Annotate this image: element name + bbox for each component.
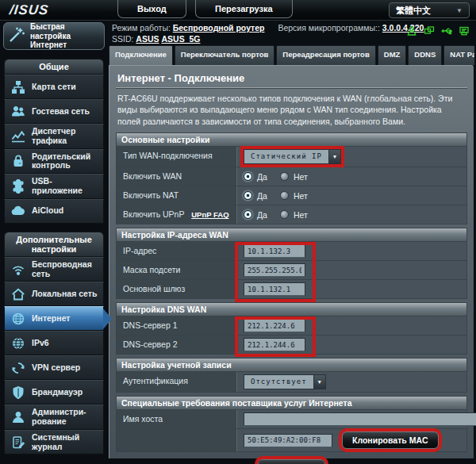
subnet-mask-input[interactable] [244,263,305,277]
auth-value: Отсутствует [244,374,313,389]
chevron-down-icon: ▼ [456,7,463,14]
enable-wan-no-radio[interactable] [280,172,289,181]
section-dns: Настройка DNS WAN DNS-сервер 1 DNS-серве… [116,302,467,355]
tab-port-forwarding[interactable]: Переадресация портов [276,45,375,65]
language-label: 繁體中文 [396,5,431,17]
guest-network-icon [10,105,26,119]
section-header-dns: Настройка DNS WAN [116,302,467,316]
sidebar-item-firewall[interactable]: Брандмауэр [4,380,104,405]
mac-label-empty [117,429,237,451]
main-panel: Интернет - Подключение RT-AC66U поддержи… [109,65,474,458]
firmware-label: Версия микропрограммы:: [278,23,379,33]
section-isp: Специальные требования поставщика услуг … [116,396,467,452]
sidebar-item-aicloud[interactable]: AiCloud [4,199,104,224]
tab-dmz[interactable]: DMZ [378,45,407,65]
sidebar-item-internet[interactable]: Интернет [4,306,104,331]
auth-label: Аутентификация [117,372,237,392]
apply-button[interactable]: Применить [258,459,324,464]
gateway-label: Основной шлюз [117,280,237,298]
sidebar-item-label: Беспроводная сеть [32,260,100,279]
tab-bar: Подключение Переключатель портов Переадр… [109,45,474,65]
traffic-manager-icon [10,129,26,144]
status-line-1: Режим работы: Беспроводной роутер Версия… [112,23,424,33]
sidebar: Общие Карта сети Гостевая сеть Диспетчер… [0,45,108,464]
firewall-icon [10,385,26,400]
status-bar: Режим работы: Беспроводной роутер Версия… [108,21,476,45]
tab-ddns[interactable]: DDNS [408,45,442,65]
mode-link[interactable]: Беспроводной роутер [173,23,265,33]
aicloud-icon [10,204,26,218]
quick-setup-label: Быстрая настройка Интернет [30,22,100,50]
top-bar: /ISUS Выход Перезагрузка 繁體中文 ▼ [0,0,476,21]
clone-mac-button[interactable]: Клонировать MAC [342,431,439,449]
sidebar-item-usb-app[interactable]: USB-приложение [4,174,104,199]
sidebar-item-label: USB-приложение [32,177,100,196]
printer-icon[interactable] [459,25,470,38]
radio-no-label: Нет [294,191,308,201]
row-gateway: Основной шлюз [116,280,467,299]
ssid-label: SSID: [112,34,133,44]
page-title: Интернет - Подключение [117,72,467,84]
enable-nat-label: Включить NAT [117,186,237,205]
row-wan-type: Тип WAN-подключения Статический IP ▼ [116,147,467,167]
sidebar-item-administration[interactable]: Администри-рование [4,405,104,430]
wan-type-select[interactable]: Статический IP ▼ [244,149,341,164]
enable-nat-no-radio[interactable] [280,191,289,200]
row-mac: Клонировать MAC [116,429,467,452]
language-selector[interactable]: 繁體中文 ▼ [389,2,470,18]
sidebar-item-ipv6[interactable]: IPv6 [4,331,104,355]
dns1-label: DNS-сервер 1 [117,316,237,335]
dns1-input[interactable] [244,319,305,332]
usb-app-icon [10,179,26,194]
network-map-icon [10,80,26,94]
enable-upnp-yes-radio[interactable] [244,210,252,219]
ssid-link-1[interactable]: ASUS [136,34,159,44]
sidebar-item-parental-control[interactable]: Родительский контроль [4,149,104,174]
enable-wan-yes-radio[interactable] [244,172,252,181]
asus-logo: /ISUS [9,2,50,18]
vpn-icon [10,361,26,375]
wireless-icon [10,263,26,277]
section-header-account: Настройка учетной записи [116,358,467,372]
reboot-button[interactable]: Перезагрузка [195,0,293,18]
admin-icon [10,410,26,424]
sidebar-item-label: Родительский контроль [32,152,100,171]
section-header-isp: Специальные требования поставщика услуг … [116,396,467,410]
ip-address-input[interactable] [244,244,305,258]
mode-label: Режим работы: [112,23,171,33]
logout-button[interactable]: Выход [117,0,186,18]
devices-icon[interactable] [424,25,435,38]
row-enable-upnp: Включить UPnP UPnP FAQ Да Нет [116,205,467,224]
tab-connection[interactable]: Подключение [109,45,173,65]
sidebar-item-system-log[interactable]: Системный журнал [4,430,104,455]
sidebar-item-network-map[interactable]: Карта сети [4,75,104,99]
upnp-faq-link[interactable]: UPnP FAQ [191,210,228,219]
tab-nat-passthrough[interactable]: NAT Passthrough [443,45,474,65]
sidebar-item-guest-network[interactable]: Гостевая сеть [4,99,104,124]
sidebar-item-label: Системный журнал [32,433,100,452]
enable-upnp-no-radio[interactable] [280,210,289,219]
sidebar-item-label: AiCloud [32,206,63,216]
ssid-link-2[interactable]: ASUS_5G [161,34,200,44]
hostname-input[interactable] [244,412,476,426]
clients-icon[interactable] [406,25,417,38]
wan-type-label: Тип WAN-подключения [117,147,237,167]
enable-nat-yes-radio[interactable] [244,191,252,200]
title-divider [116,87,467,88]
gateway-input[interactable] [244,282,305,296]
sidebar-item-label: IPv6 [32,339,49,348]
wan-type-value: Статический IP [244,149,328,164]
tab-port-trigger[interactable]: Переключатель портов [175,45,275,65]
sidebar-item-lan[interactable]: Локальная сеть [4,282,104,306]
sidebar-item-vpn[interactable]: VPN сервер [4,355,104,380]
usb-icon[interactable] [441,25,452,38]
quick-setup-button[interactable]: Быстрая настройка Интернет [3,22,105,50]
sidebar-item-wireless[interactable]: Беспроводная сеть [4,257,104,282]
syslog-icon [10,435,26,450]
sidebar-item-traffic-manager[interactable]: Диспетчер трафика [4,124,104,149]
dns2-input[interactable] [244,338,305,351]
auth-select[interactable]: Отсутствует ▼ [244,374,326,389]
mac-input[interactable] [244,434,332,447]
sidebar-section-advanced: Дополнительные настройки [4,232,104,257]
radio-yes-label: Да [257,172,267,182]
